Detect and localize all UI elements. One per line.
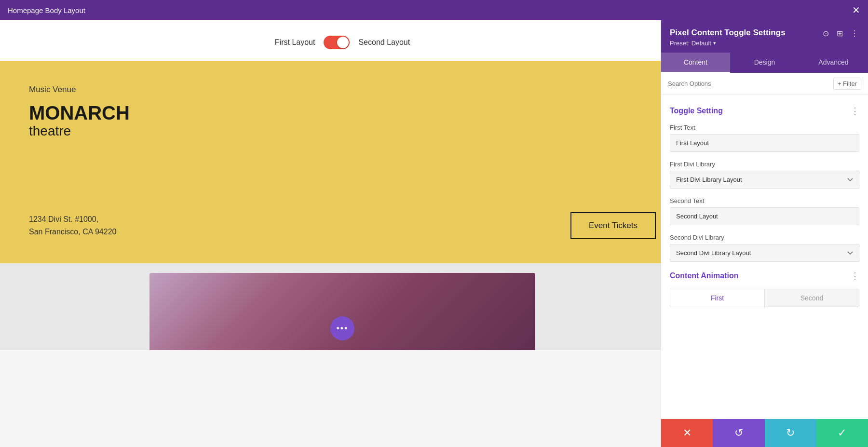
venue-bottom: 1234 Divi St. #1000,San Francisco, CA 94… xyxy=(29,212,656,239)
tab-advanced[interactable]: Advanced xyxy=(799,53,868,73)
first-text-label: First Text xyxy=(670,124,859,131)
second-layout-label: Second Layout xyxy=(358,38,410,47)
content-animation-section: Content Animation ⋮ First Second xyxy=(670,271,859,307)
toggle-setting-menu-icon[interactable]: ⋮ xyxy=(851,106,859,116)
toggle-setting-section-header: Toggle Setting ⋮ xyxy=(670,106,859,116)
canvas-area: First Layout Second Layout Music Venue M… xyxy=(0,20,685,447)
event-tickets-button[interactable]: Event Tickets xyxy=(570,212,656,239)
first-divi-select[interactable]: First Divi Library Layout xyxy=(670,171,859,189)
panel-header: Pixel Content Toggle Settings Preset: De… xyxy=(661,20,868,53)
panel-header-left: Pixel Content Toggle Settings Preset: De… xyxy=(670,28,786,47)
tab-content[interactable]: Content xyxy=(661,53,730,73)
more-options-button[interactable]: ⋮ xyxy=(850,28,859,39)
second-text-input[interactable] xyxy=(670,207,859,225)
filter-button[interactable]: + Filter xyxy=(833,78,861,90)
content-animation-title: Content Animation xyxy=(670,271,739,280)
animation-tabs: First Second xyxy=(670,289,859,307)
panel-header-top: Pixel Content Toggle Settings Preset: De… xyxy=(670,28,859,47)
undo-button[interactable]: ↺ xyxy=(713,419,764,447)
panel-title: Pixel Content Toggle Settings xyxy=(670,28,786,38)
search-input[interactable] xyxy=(668,80,829,87)
first-layout-label: First Layout xyxy=(275,38,315,47)
confirm-button[interactable]: ✓ xyxy=(816,419,868,447)
content-animation-menu-icon[interactable]: ⋮ xyxy=(851,271,859,281)
toggle-bar: First Layout Second Layout xyxy=(0,20,685,61)
tab-design[interactable]: Design xyxy=(730,53,799,73)
settings-panel: Pixel Content Toggle Settings Preset: De… xyxy=(661,20,868,447)
second-divi-field-group: Second Divi Library Second Divi Library … xyxy=(670,234,859,262)
venue-sub: theatre xyxy=(29,123,656,139)
venue-name: MONARCH xyxy=(29,102,656,123)
panel-content: Toggle Setting ⋮ First Text First Divi L… xyxy=(661,95,868,419)
toggle-setting-title: Toggle Setting xyxy=(670,107,723,115)
title-bar: Homepage Body Layout ✕ xyxy=(0,0,868,20)
bottom-action-bar: ✕ ↺ ↻ ✓ xyxy=(661,419,868,447)
second-divi-label: Second Divi Library xyxy=(670,234,859,241)
yellow-section: Music Venue MONARCH theatre 1234 Divi St… xyxy=(0,61,685,263)
redo-button[interactable]: ↻ xyxy=(765,419,816,447)
close-button[interactable]: ✕ xyxy=(852,5,860,15)
three-dots-button[interactable]: ••• xyxy=(330,316,354,340)
second-text-field-group: Second Text xyxy=(670,197,859,225)
venue-label: Music Venue xyxy=(29,85,656,95)
anim-tab-second[interactable]: Second xyxy=(765,289,859,307)
gray-section: ••• xyxy=(0,263,685,350)
second-text-label: Second Text xyxy=(670,197,859,204)
target-icon-button[interactable]: ⊙ xyxy=(822,28,830,39)
content-animation-header: Content Animation ⋮ xyxy=(670,271,859,281)
first-text-field-group: First Text xyxy=(670,124,859,152)
panel-preset[interactable]: Preset: Default xyxy=(670,40,786,47)
first-divi-label: First Divi Library xyxy=(670,161,859,168)
search-bar: + Filter xyxy=(661,73,868,95)
panel-tabs: Content Design Advanced xyxy=(661,53,868,73)
panel-header-actions: ⊙ ⊞ ⋮ xyxy=(822,28,859,39)
venue-address: 1234 Divi St. #1000,San Francisco, CA 94… xyxy=(29,213,116,238)
first-divi-field-group: First Divi Library First Divi Library La… xyxy=(670,161,859,189)
window-title: Homepage Body Layout xyxy=(8,6,85,14)
cancel-button[interactable]: ✕ xyxy=(661,419,713,447)
anim-tab-first[interactable]: First xyxy=(670,289,765,307)
second-divi-select[interactable]: Second Divi Library Layout xyxy=(670,244,859,262)
layout-toggle[interactable] xyxy=(324,36,350,49)
layout-icon-button[interactable]: ⊞ xyxy=(836,28,844,39)
first-text-input[interactable] xyxy=(670,134,859,152)
